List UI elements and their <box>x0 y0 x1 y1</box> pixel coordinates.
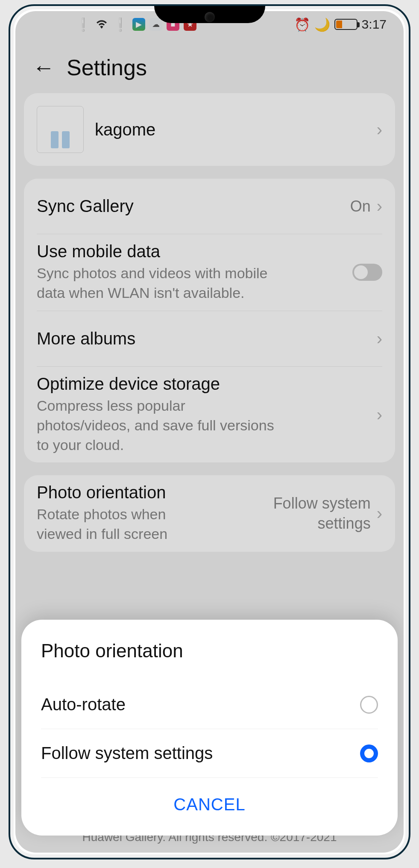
radio-unselected-icon <box>360 696 378 714</box>
cancel-button[interactable]: CANCEL <box>41 778 378 827</box>
option-label: Auto-rotate <box>41 695 126 714</box>
option-auto-rotate[interactable]: Auto-rotate <box>41 680 378 729</box>
notch <box>154 6 265 23</box>
sheet-title: Photo orientation <box>41 640 378 662</box>
screen: ❕ ❕ ▶ ☁ ■ ★ ⏰ 🌙 3:17 ← <box>15 11 404 853</box>
device-frame: ❕ ❕ ▶ ☁ ■ ★ ⏰ 🌙 3:17 ← <box>9 4 410 859</box>
radio-selected-icon <box>360 744 378 762</box>
option-label: Follow system settings <box>41 744 213 763</box>
photo-orientation-sheet: Photo orientation Auto-rotate Follow sys… <box>21 620 398 836</box>
option-follow-system[interactable]: Follow system settings <box>41 729 378 778</box>
